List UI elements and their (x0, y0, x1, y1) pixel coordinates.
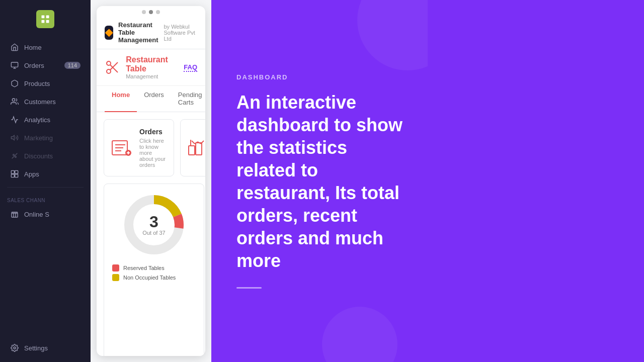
marketing-panel: DASHBOARD An interactive dashboard to sh… (211, 0, 428, 362)
donut-chart-card: 3 Out of 37 Reserved Tables Non Occupied… (104, 184, 204, 356)
svg-point-21 (107, 69, 111, 73)
sidebar-item-marketing: Marketing (3, 129, 88, 146)
svg-line-11 (12, 153, 18, 159)
svg-point-9 (13, 154, 15, 156)
svg-rect-1 (46, 16, 49, 19)
customers-icon (10, 97, 19, 106)
legend-label-reserved: Reserved Tables (123, 265, 165, 271)
orders-card-text: Orders Click here to know more about you… (139, 128, 167, 168)
settings-icon (10, 343, 19, 352)
stats-row: 3 Out of 37 Reserved Tables Non Occupied… (104, 184, 198, 356)
sidebar: Home Orders 114 Products Customers (0, 0, 91, 362)
svg-point-20 (107, 61, 111, 65)
home-icon (10, 43, 19, 52)
app-header-text: Restaurant Table Management (118, 21, 164, 44)
window-dot (156, 10, 160, 14)
marketing-label: DASHBOARD (236, 73, 403, 81)
sidebar-item-online-store[interactable]: Online S (3, 206, 88, 223)
sidebar-item-label: Marketing (24, 134, 53, 142)
orders-icon (10, 61, 19, 70)
tab-home[interactable]: Home (105, 86, 137, 112)
marketing-heading: An interactive dashboard to show the sta… (236, 91, 403, 272)
orders-card-icon (111, 138, 132, 158)
svg-rect-16 (12, 213, 18, 217)
sidebar-item-label: Apps (24, 170, 39, 178)
deco-circle-top (357, 0, 428, 70)
sidebar-logo (36, 10, 54, 28)
sidebar-divider (7, 187, 84, 188)
sidebar-item-apps[interactable]: Apps (3, 165, 88, 183)
restaurant-icon (105, 58, 121, 76)
legend-reserved: Reserved Tables (112, 264, 196, 272)
window-dots (97, 6, 205, 16)
analytics-icon (10, 115, 19, 124)
sidebar-item-orders[interactable]: Orders 114 (3, 57, 88, 74)
app-by: by Webkul Software Pvt Ltd (164, 24, 197, 42)
sales-channels-label: SALES CHANN (0, 192, 91, 205)
app-header-left: 🔶 Restaurant Table Management (105, 21, 164, 44)
svg-rect-32 (196, 143, 202, 155)
donut-number: 3 (142, 214, 165, 230)
svg-point-7 (12, 99, 15, 101)
apps-icon (10, 169, 19, 178)
svg-marker-8 (11, 135, 14, 140)
legend-dot-reserved (112, 264, 119, 272)
app-title: Restaurant Table Management (118, 21, 164, 44)
earning-card-icon (188, 138, 205, 158)
tab-orders[interactable]: Orders (137, 86, 171, 112)
info-cards-row: Orders Click here to know more about you… (104, 119, 198, 176)
svg-point-19 (14, 347, 16, 349)
window-dot-active (149, 10, 153, 14)
svg-rect-14 (11, 174, 14, 177)
sidebar-item-label: Online S (24, 211, 49, 218)
legend-label-nonoccupied: Non Occupied Tables (123, 275, 176, 281)
orders-info-card[interactable]: Orders Click here to know more about you… (104, 119, 174, 176)
main-content: 🔶 Restaurant Table Management by Webkul … (91, 0, 211, 362)
deco-circle-bottom (322, 307, 397, 362)
products-icon (10, 79, 19, 88)
nav-tabs: Home Orders Pending Carts Table Manageme… (97, 86, 205, 112)
marketing-icon (10, 133, 19, 142)
sidebar-item-label: Orders (24, 62, 44, 69)
marketing-divider (236, 287, 262, 289)
store-icon (10, 210, 19, 219)
faq-button[interactable]: FAQ (184, 63, 197, 72)
sidebar-item-customers[interactable]: Customers (3, 93, 88, 110)
sidebar-item-label: Products (24, 80, 50, 87)
sidebar-item-label: Settings (24, 344, 48, 352)
sidebar-item-label: Analytics (24, 116, 50, 124)
svg-rect-13 (15, 170, 18, 173)
donut-center: 3 Out of 37 (142, 214, 165, 236)
donut-wrapper: 3 Out of 37 (121, 192, 187, 257)
sidebar-item-discounts: Discounts (3, 147, 88, 164)
sidebar-bottom: Settings (0, 339, 91, 362)
svg-rect-4 (11, 62, 18, 67)
restaurant-brand: Restaurant Table Management FAQ (97, 49, 205, 86)
svg-point-10 (15, 156, 17, 158)
legend-nonoccupied: Non Occupied Tables (112, 274, 196, 281)
svg-rect-0 (42, 16, 45, 19)
orders-badge: 114 (64, 62, 80, 69)
app-by-text: by Webkul Software Pvt Ltd (164, 24, 197, 42)
tab-pending-carts[interactable]: Pending Carts (171, 86, 205, 112)
svg-rect-12 (11, 170, 14, 173)
discounts-icon (10, 151, 19, 160)
app-header-bar: 🔶 Restaurant Table Management by Webkul … (97, 16, 205, 49)
brand-text: Restaurant Table Management (126, 55, 184, 79)
brand-sub: Management (126, 73, 184, 79)
sidebar-item-home[interactable]: Home (3, 39, 88, 56)
svg-rect-3 (46, 20, 49, 23)
svg-rect-2 (42, 20, 45, 23)
app-window: 🔶 Restaurant Table Management by Webkul … (97, 6, 205, 356)
legend-dot-nonoccupied (112, 274, 119, 281)
brand-name: Restaurant Table (126, 55, 184, 73)
sidebar-item-label: Discounts (24, 152, 53, 160)
sidebar-item-analytics[interactable]: Analytics (3, 111, 88, 128)
sidebar-item-settings[interactable]: Settings (3, 339, 88, 356)
window-dot (142, 10, 146, 14)
orders-card-desc: Click here to know more about your order… (139, 138, 167, 168)
orders-card-title: Orders (139, 128, 167, 136)
total-earning-info-card[interactable]: Total Earning Click here for table manag… (180, 119, 205, 176)
svg-rect-31 (189, 146, 195, 155)
sidebar-item-products[interactable]: Products (3, 75, 88, 92)
